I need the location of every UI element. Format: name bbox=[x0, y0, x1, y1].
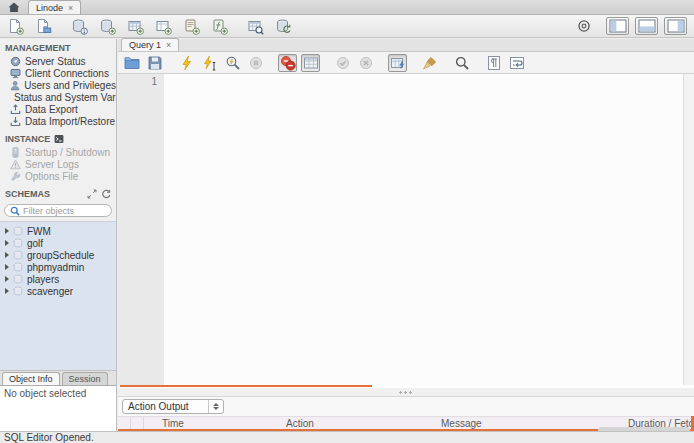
search-icon bbox=[454, 55, 470, 71]
expander-icon[interactable] bbox=[5, 276, 9, 282]
create-function-icon bbox=[211, 18, 228, 35]
output-col-status bbox=[118, 417, 131, 429]
schema-icon bbox=[13, 226, 23, 236]
home-icon bbox=[7, 0, 21, 14]
open-sql-script-button[interactable] bbox=[35, 18, 52, 35]
preferences-button[interactable] bbox=[576, 18, 592, 34]
toggle-autocommit-button[interactable] bbox=[388, 54, 407, 72]
schema-item-players[interactable]: players bbox=[0, 273, 116, 285]
stop-button[interactable] bbox=[246, 54, 265, 72]
beautify-button[interactable] bbox=[420, 54, 439, 72]
schema-item-fwm[interactable]: FWM bbox=[0, 225, 116, 237]
selector-spinner-icon[interactable] bbox=[208, 400, 223, 413]
management-section-header: MANAGEMENT bbox=[0, 39, 116, 55]
tab-object-info[interactable]: Object Info bbox=[2, 372, 60, 385]
connection-tab-linode[interactable]: Linode × bbox=[28, 0, 81, 14]
expander-icon[interactable] bbox=[5, 288, 9, 294]
sidebar-item-server-logs[interactable]: Server Logs bbox=[0, 158, 116, 170]
output-selector-label: Action Output bbox=[123, 401, 208, 412]
connection-tab-label: Linode bbox=[36, 3, 63, 13]
main-toolbar-left bbox=[7, 18, 292, 35]
search-table-data-icon bbox=[247, 18, 264, 35]
sidebar-item-label: Status and System Variables bbox=[14, 92, 116, 103]
expander-icon[interactable] bbox=[5, 228, 9, 234]
sidebar-item-options-file[interactable]: Options File bbox=[0, 170, 116, 182]
word-wrap-icon bbox=[509, 55, 525, 71]
sidebar-item-data-import-restore[interactable]: Data Import/Restore bbox=[0, 115, 116, 127]
sidebar-item-client-connections[interactable]: Client Connections bbox=[0, 67, 116, 79]
schema-item-groupschedule[interactable]: groupSchedule bbox=[0, 249, 116, 261]
commit-button[interactable] bbox=[333, 54, 352, 72]
sql-code-editor[interactable]: 1 bbox=[118, 74, 694, 385]
schema-item-phpmyadmin[interactable]: phpmyadmin bbox=[0, 261, 116, 273]
sidebar-item-users-privileges[interactable]: Users and Privileges bbox=[0, 79, 116, 91]
refresh-schemas-icon[interactable] bbox=[101, 189, 111, 199]
sidebar-item-label: Server Status bbox=[25, 56, 86, 67]
editor-vertical-scrollbar[interactable] bbox=[683, 74, 694, 385]
toggle-bottom-panel-button[interactable] bbox=[635, 17, 658, 35]
save-script-button[interactable] bbox=[145, 54, 164, 72]
open-script-button[interactable] bbox=[122, 54, 141, 72]
execute-button[interactable] bbox=[177, 54, 196, 72]
progress-bar bbox=[120, 385, 372, 387]
splitter-grip-icon[interactable] bbox=[398, 391, 414, 394]
expander-icon[interactable] bbox=[5, 252, 9, 258]
expander-icon[interactable] bbox=[5, 240, 9, 246]
panel-right-icon bbox=[667, 19, 685, 33]
sidebar-item-startup-shutdown[interactable]: Startup / Shutdown bbox=[0, 146, 116, 158]
schema-label: groupSchedule bbox=[27, 250, 94, 261]
output-col-message[interactable]: Message bbox=[421, 418, 606, 429]
toggle-invisible-chars-button[interactable] bbox=[484, 54, 503, 72]
instance-section-header: INSTANCE bbox=[0, 130, 116, 146]
sidebar-item-data-export[interactable]: Data Export bbox=[0, 103, 116, 115]
output-selector[interactable]: Action Output bbox=[122, 399, 224, 414]
close-query-tab-icon[interactable]: × bbox=[166, 40, 171, 50]
schema-item-golf[interactable]: golf bbox=[0, 237, 116, 249]
explain-icon bbox=[225, 55, 241, 71]
tab-session[interactable]: Session bbox=[62, 372, 108, 385]
rollback-button[interactable] bbox=[356, 54, 375, 72]
output-selector-row: Action Output bbox=[118, 397, 694, 416]
search-icon bbox=[10, 206, 20, 216]
sidebar-item-server-status[interactable]: Server Status bbox=[0, 55, 116, 67]
create-procedure-button[interactable] bbox=[183, 18, 200, 35]
home-tab[interactable] bbox=[0, 0, 28, 14]
sidebar-item-status-system-variables[interactable]: Status and System Variables bbox=[0, 91, 116, 103]
search-table-data-button[interactable] bbox=[247, 18, 264, 35]
code-area[interactable] bbox=[164, 74, 683, 385]
expander-icon[interactable] bbox=[5, 264, 9, 270]
sidebar-item-label: Server Logs bbox=[25, 159, 79, 170]
execute-current-button[interactable] bbox=[200, 54, 219, 72]
save-icon bbox=[147, 55, 163, 71]
panel-splitter[interactable] bbox=[118, 388, 694, 396]
expand-tree-icon[interactable] bbox=[87, 189, 97, 199]
new-query-tab-button[interactable] bbox=[7, 18, 24, 35]
find-button[interactable] bbox=[452, 54, 471, 72]
reconnect-dbms-button[interactable] bbox=[275, 18, 292, 35]
toggle-stop-on-error-button[interactable] bbox=[278, 54, 297, 72]
schema-inspector-icon bbox=[71, 18, 88, 35]
create-schema-button[interactable] bbox=[99, 18, 116, 35]
output-col-time[interactable]: Time bbox=[144, 418, 266, 429]
output-col-action[interactable]: Action bbox=[266, 418, 421, 429]
schema-inspector-button[interactable] bbox=[71, 18, 88, 35]
toggle-word-wrap-button[interactable] bbox=[507, 54, 526, 72]
connections-icon bbox=[10, 68, 21, 79]
limit-rows-button[interactable] bbox=[301, 54, 320, 72]
schema-label: golf bbox=[27, 238, 43, 249]
create-table-button[interactable] bbox=[127, 18, 144, 35]
close-tab-icon[interactable]: × bbox=[68, 3, 73, 13]
create-view-button[interactable] bbox=[155, 18, 172, 35]
stop-icon bbox=[248, 55, 264, 71]
broom-icon bbox=[422, 55, 438, 71]
schema-label: players bbox=[27, 274, 59, 285]
toggle-left-panel-button[interactable] bbox=[606, 17, 629, 35]
schema-filter-input[interactable] bbox=[23, 206, 103, 216]
tab-query-1[interactable]: Query 1 × bbox=[121, 38, 179, 51]
explain-button[interactable] bbox=[223, 54, 242, 72]
schema-item-scavenger[interactable]: scavenger bbox=[0, 285, 116, 297]
schema-icon bbox=[13, 274, 23, 284]
schema-filter[interactable] bbox=[4, 204, 112, 217]
create-function-button[interactable] bbox=[211, 18, 228, 35]
toggle-right-panel-button[interactable] bbox=[664, 17, 687, 35]
